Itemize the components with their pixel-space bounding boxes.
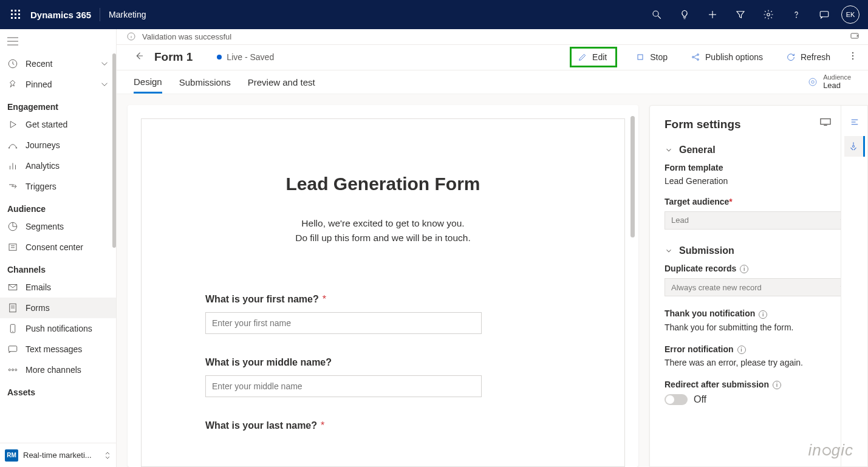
svg-point-49 (852, 58, 853, 60)
field-middlename: What is your middle name? (205, 357, 561, 397)
target-audience-select[interactable]: Lead (665, 211, 853, 230)
publish-button[interactable]: Publish options (686, 49, 768, 66)
nav-push[interactable]: Push notifications (0, 318, 116, 339)
app-launcher-icon[interactable] (4, 0, 28, 29)
info-icon[interactable]: i (740, 265, 748, 273)
chevron-down-icon (99, 79, 110, 90)
svg-point-57 (853, 145, 855, 147)
svg-point-43 (697, 54, 699, 56)
message-icon (7, 344, 18, 355)
svg-rect-15 (820, 12, 829, 17)
nav-pinned[interactable]: Pinned (0, 74, 116, 95)
section-submission[interactable]: Submission (665, 245, 853, 256)
info-icon[interactable]: i (773, 381, 781, 389)
error-label-text: Error notification (665, 344, 734, 354)
svg-point-42 (692, 56, 694, 58)
tab-preview[interactable]: Preview and test (248, 71, 315, 92)
nav-analytics[interactable]: Analytics (0, 155, 116, 176)
chevron-down-icon (665, 146, 673, 154)
plus-icon[interactable] (699, 0, 726, 29)
share-icon (691, 52, 700, 62)
hamburger-icon[interactable] (0, 29, 116, 53)
edit-button[interactable]: Edit (570, 47, 617, 67)
duplicate-records-select[interactable]: Always create new record (665, 278, 853, 296)
nav-recent[interactable]: Recent (0, 53, 116, 74)
cmd-label: Edit (592, 52, 607, 62)
nav-getstarted[interactable]: Get started (0, 114, 116, 135)
chat-icon[interactable] (811, 0, 838, 29)
form-settings-panel: Form settings General Form template Lead… (649, 105, 868, 467)
section-label: Submission (679, 245, 734, 256)
overflow-menu[interactable] (849, 52, 857, 63)
area-label[interactable]: Marketing (109, 10, 146, 19)
lightbulb-icon[interactable] (671, 0, 698, 29)
nav-label: Triggers (26, 182, 56, 191)
svg-rect-4 (15, 13, 16, 15)
pin-icon (7, 79, 18, 90)
brand-label[interactable]: Dynamics 365 (30, 10, 91, 20)
intro-line-1: Hello, we're excited to get to know you. (205, 216, 561, 231)
firstname-input[interactable] (205, 312, 482, 334)
workspace: Lead Generation Form Hello, we're excite… (117, 94, 868, 467)
chevron-down-icon (665, 247, 673, 255)
refresh-button[interactable]: Refresh (781, 49, 835, 66)
nav-group-engagement: Engagement (0, 95, 116, 114)
notification-bar: Validation was successful (117, 29, 868, 45)
nav-segments[interactable]: Segments (0, 216, 116, 237)
svg-rect-52 (821, 119, 830, 124)
rail-settings-icon[interactable] (844, 136, 865, 157)
intro-line-2: Do fill up this form and we will be in t… (205, 231, 561, 245)
record-status: Live - Saved (217, 52, 274, 62)
audience-value: Lead (823, 81, 851, 90)
copilot-icon[interactable] (850, 31, 859, 43)
nav-emails[interactable]: Emails (0, 277, 116, 298)
audience-indicator[interactable]: AudienceLead (807, 73, 851, 90)
segments-icon (7, 221, 18, 232)
svg-rect-26 (9, 244, 16, 251)
gear-icon[interactable] (755, 0, 782, 29)
info-icon[interactable]: i (737, 346, 746, 354)
nav-more-channels[interactable]: More channels (0, 360, 116, 380)
redirect-toggle[interactable] (665, 394, 688, 405)
mail-icon (7, 282, 18, 293)
consent-icon (7, 242, 18, 253)
user-avatar[interactable]: EK (841, 5, 859, 24)
nav-journeys[interactable]: Journeys (0, 135, 116, 155)
audience-label: Audience (823, 73, 851, 81)
svg-point-50 (809, 78, 816, 86)
info-icon (126, 32, 136, 41)
info-icon[interactable]: i (759, 310, 767, 319)
nav-consent[interactable]: Consent center (0, 237, 116, 257)
middlename-input[interactable] (205, 375, 482, 397)
form-icon (7, 302, 18, 313)
svg-point-51 (812, 81, 815, 84)
nav-text[interactable]: Text messages (0, 339, 116, 360)
area-switcher[interactable]: RM Real-time marketi... (0, 443, 116, 467)
stop-button[interactable]: Stop (630, 49, 672, 66)
svg-rect-33 (9, 346, 17, 352)
search-icon[interactable] (643, 0, 670, 29)
required-star: * (323, 294, 326, 304)
nav-label: Consent center (26, 242, 83, 252)
section-general[interactable]: General (665, 145, 853, 155)
desktop-preview-icon[interactable] (820, 118, 831, 129)
play-icon (7, 119, 18, 130)
main-area: Validation was successful Form 1 Live - … (117, 29, 868, 467)
svg-rect-41 (638, 55, 643, 60)
journey-icon (7, 140, 18, 151)
canvas-scrollbar[interactable] (630, 116, 635, 237)
rail-elements-icon[interactable] (844, 112, 865, 132)
left-nav: Recent Pinned Engagement Get started Jou… (0, 29, 117, 467)
field-label-text: What is your first name? (205, 294, 319, 304)
nav-scrollbar[interactable] (112, 53, 116, 248)
pencil-icon (578, 52, 587, 62)
nav-forms[interactable]: Forms (0, 298, 116, 318)
help-icon[interactable] (783, 0, 810, 29)
filter-icon[interactable] (727, 0, 754, 29)
nav-group-audience: Audience (0, 197, 116, 216)
tab-design[interactable]: Design (134, 70, 162, 94)
back-button[interactable] (134, 50, 145, 64)
nav-triggers[interactable]: Triggers (0, 176, 116, 197)
tab-submissions[interactable]: Submissions (179, 71, 231, 92)
svg-rect-3 (11, 13, 13, 15)
